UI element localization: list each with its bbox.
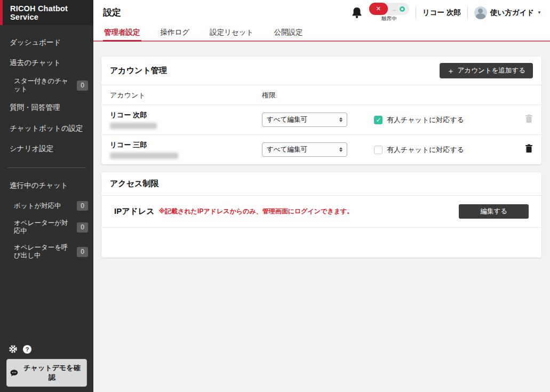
add-account-label: アカウントを追加する	[458, 66, 525, 75]
human-chat-checkbox[interactable]: 有人チャットに対応する	[374, 145, 501, 155]
delete-account-icon[interactable]	[525, 144, 533, 155]
content-scroll-area[interactable]: アカウント管理 ＋ アカウントを追加する アカウント 権限	[93, 42, 550, 392]
card-empty-space	[101, 228, 541, 258]
sidebar-item-label: 過去のチャット	[10, 59, 61, 67]
chevron-down-icon: ▼	[537, 10, 541, 15]
away-state-icon: ✕	[369, 3, 388, 15]
chat-demo-button[interactable]: チャットデモを確認	[6, 359, 87, 387]
count-badge: 0	[77, 81, 88, 90]
account-row: リコー 次郎 すべて編集可	[101, 105, 541, 135]
main-area: 設定 ✕ → 離席中 リコー 次郎	[93, 0, 550, 392]
human-chat-label: 有人チャットに対応する	[387, 145, 464, 155]
tab-settings-reset[interactable]: 設定リセット	[209, 25, 254, 41]
ip-address-row: IPアドレス ※記載されたIPアドレスからのみ、管理画面にログインできます。 編…	[101, 196, 541, 228]
account-card-title: アカウント管理	[110, 66, 167, 76]
brand-header: RICOH Chatbot Service	[0, 0, 93, 25]
sidebar-item-label: 質問・回答管理	[10, 103, 60, 112]
sidebar-item-label: ダッシュボード	[10, 38, 61, 47]
human-chat-label: 有人チャットに対応する	[387, 115, 464, 125]
sidebar-item-bot-handling[interactable]: ボットが対応中 0	[0, 197, 93, 215]
page-title: 設定	[103, 6, 121, 19]
access-restriction-card: アクセス制限 IPアドレス ※記載されたIPアドレスからのみ、管理画面にログイン…	[101, 172, 541, 258]
sidebar-item-past-chats[interactable]: 過去のチャット	[0, 53, 93, 73]
usage-guide-label: 使い方ガイド	[490, 8, 534, 18]
sidebar-item-operator-calling[interactable]: オペレーターを呼び出し中 0	[0, 239, 93, 264]
redacted-email	[110, 153, 178, 159]
sidebar-item-scenario-settings[interactable]: シナリオ設定	[0, 139, 93, 159]
sidebar: RICOH Chatbot Service ダッシュボード 過去のチャット スタ…	[0, 0, 93, 392]
column-header-account: アカウント	[101, 85, 253, 105]
sidebar-nav: ダッシュボード 過去のチャット スター付きのチャット 0 質問・回答管理 チャッ…	[0, 25, 93, 264]
gear-icon[interactable]	[9, 345, 18, 354]
ip-address-label: IPアドレス	[114, 206, 155, 217]
count-badge: 0	[77, 201, 88, 211]
sidebar-item-operator-handling[interactable]: オペレーターが対応中 0	[0, 215, 93, 239]
access-card-title: アクセス制限	[110, 179, 158, 189]
checkbox-unchecked-icon	[374, 146, 382, 154]
header-divider	[467, 6, 468, 19]
brand-title: RICOH Chatbot Service	[10, 4, 93, 21]
column-header-permission: 権限	[253, 85, 365, 105]
account-name: リコー 次郎	[110, 110, 245, 120]
sidebar-item-label: シナリオ設定	[10, 145, 53, 153]
tab-bar: 管理者設定 操作ログ 設定リセット 公開設定	[93, 25, 550, 42]
header-divider	[416, 6, 416, 19]
permission-select[interactable]: すべて編集可	[262, 113, 347, 127]
sidebar-item-label: オペレーターを呼び出し中	[14, 244, 74, 260]
sidebar-item-qa-management[interactable]: 質問・回答管理	[0, 98, 93, 118]
select-updown-icon	[339, 117, 342, 122]
tab-admin-settings[interactable]: 管理者設定	[103, 25, 141, 41]
tab-operation-log[interactable]: 操作ログ	[160, 25, 191, 41]
human-chat-checkbox[interactable]: 有人チャットに対応する	[374, 115, 501, 125]
column-header-empty	[365, 85, 509, 105]
edit-ip-button[interactable]: 編集する	[459, 204, 529, 219]
sidebar-footer: ? チャットデモを確認	[0, 345, 93, 392]
count-badge: 0	[77, 222, 88, 232]
app-root: RICOH Chatbot Service ダッシュボード 過去のチャット スタ…	[0, 0, 550, 392]
sidebar-item-dashboard[interactable]: ダッシュボード	[0, 33, 93, 53]
top-bar: 設定 ✕ → 離席中 リコー 次郎	[93, 0, 550, 25]
chat-demo-label: チャットデモを確認	[21, 363, 83, 382]
checkbox-checked-icon	[374, 116, 382, 124]
tab-public-settings[interactable]: 公開設定	[273, 25, 304, 41]
user-name: リコー 次郎	[423, 8, 461, 18]
plus-icon: ＋	[447, 67, 455, 75]
delete-account-icon[interactable]	[525, 114, 533, 125]
notification-bell-icon[interactable]	[351, 6, 363, 19]
avatar	[474, 6, 487, 19]
sidebar-section-in-progress: 進行中のチャット	[0, 177, 93, 197]
speech-bubble-icon	[10, 370, 18, 377]
help-icon[interactable]: ?	[23, 345, 31, 354]
count-badge: 0	[77, 247, 88, 257]
ip-address-note: ※記載されたIPアドレスからのみ、管理画面にログインできます。	[159, 207, 354, 216]
sidebar-item-label: チャットボットの設定	[10, 124, 83, 133]
sidebar-item-label: スター付きのチャット	[14, 77, 74, 93]
available-state-icon	[400, 6, 405, 12]
permission-value: すべて編集可	[267, 145, 307, 154]
sidebar-spacer	[0, 264, 93, 345]
presence-toggle[interactable]: ✕ → 離席中	[369, 3, 409, 22]
redacted-email	[110, 123, 157, 129]
presence-status-label: 離席中	[381, 15, 397, 22]
account-management-card: アカウント管理 ＋ アカウントを追加する アカウント 権限	[101, 57, 541, 164]
sidebar-item-label: ボットが対応中	[14, 202, 61, 210]
arrow-right-icon: →	[390, 5, 397, 13]
select-updown-icon	[339, 147, 342, 152]
sidebar-item-starred-chats[interactable]: スター付きのチャット 0	[0, 73, 93, 98]
accounts-table: アカウント 権限 リコー 次郎	[101, 85, 541, 164]
permission-value: すべて編集可	[267, 115, 307, 124]
account-row: リコー 三郎 すべて編集可	[101, 135, 541, 165]
sidebar-item-label: オペレーターが対応中	[14, 219, 74, 235]
add-account-button[interactable]: ＋ アカウントを追加する	[440, 63, 533, 78]
sidebar-divider	[7, 167, 86, 168]
sidebar-item-chatbot-settings[interactable]: チャットボットの設定	[0, 118, 93, 139]
usage-guide-menu[interactable]: 使い方ガイド ▼	[474, 6, 541, 19]
column-header-empty	[509, 85, 541, 105]
permission-select[interactable]: すべて編集可	[262, 142, 347, 157]
account-name: リコー 三郎	[110, 140, 245, 150]
